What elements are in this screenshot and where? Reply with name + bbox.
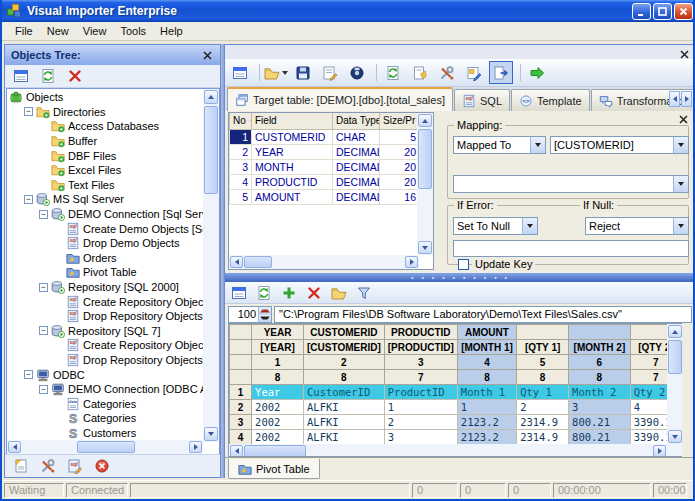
- field-grid-cell[interactable]: 3: [230, 159, 252, 174]
- field-grid-cell[interactable]: 5: [380, 129, 420, 144]
- tree-expander[interactable]: −: [39, 283, 48, 292]
- menu-item-help[interactable]: Help: [153, 23, 190, 39]
- field-grid-vertical-scrollbar[interactable]: [417, 113, 433, 255]
- tree-node[interactable]: sqlDrop Repository Objects [SQ: [7, 353, 203, 368]
- preview-header-cell[interactable]: [MONTH 2]: [569, 340, 631, 355]
- edit-mapping-button[interactable]: [462, 61, 486, 84]
- tree-node[interactable]: −DEMO Connection [ODBC Acce: [7, 382, 203, 397]
- properties-button[interactable]: [9, 66, 33, 87]
- tree-node[interactable]: Objects: [7, 90, 203, 105]
- field-grid-cell[interactable]: DECIMAL: [333, 189, 380, 204]
- tree-node[interactable]: sqlCreate Repository Objects [S: [7, 294, 203, 309]
- tree-node[interactable]: Text Files: [7, 178, 203, 193]
- tree-vertical-scrollbar[interactable]: [203, 89, 219, 442]
- preview-cell[interactable]: 2314.9: [517, 430, 569, 445]
- preview-header-cell[interactable]: [PRODUCTID]: [384, 340, 457, 355]
- preview-header-cell[interactable]: 1: [252, 355, 304, 370]
- field-grid-cell[interactable]: AMOUNT: [252, 189, 333, 204]
- preview-header-cell[interactable]: 4: [457, 355, 516, 370]
- preview-row-number[interactable]: 2: [230, 400, 252, 415]
- if-null-select[interactable]: Reject: [585, 217, 689, 235]
- preview-header-cell[interactable]: 2: [304, 355, 385, 370]
- tree-node[interactable]: sqlCreate Demo Objects [Sql S: [7, 221, 203, 236]
- if-error-select[interactable]: Set To Null: [453, 217, 538, 235]
- preview-cell[interactable]: 2002: [252, 415, 304, 430]
- delete-button[interactable]: [303, 283, 325, 303]
- tree-node[interactable]: −Directories: [7, 105, 203, 120]
- preview-cell[interactable]: 2314.9: [517, 415, 569, 430]
- preview-cell[interactable]: 2: [384, 415, 457, 430]
- preview-row-number[interactable]: 3: [230, 415, 252, 430]
- field-grid-cell[interactable]: 20: [380, 144, 420, 159]
- tree-node[interactable]: dataCategories: [7, 396, 203, 411]
- tree-node[interactable]: Access Databases: [7, 119, 203, 134]
- preview-cell[interactable]: Qty 1: [517, 385, 569, 400]
- close-button[interactable]: [674, 3, 693, 20]
- tab-1[interactable]: sqlSQL: [454, 89, 510, 111]
- tree-expander[interactable]: −: [39, 385, 48, 394]
- refresh-button[interactable]: [36, 66, 60, 87]
- menu-item-view[interactable]: View: [76, 23, 114, 39]
- open-button[interactable]: [264, 61, 288, 84]
- preview-cell[interactable]: ALFKI: [304, 430, 385, 445]
- close-panel-icon[interactable]: [200, 48, 214, 62]
- menu-item-new[interactable]: New: [40, 23, 76, 39]
- preview-row-number[interactable]: 1: [230, 385, 252, 400]
- delete-button[interactable]: [63, 66, 87, 87]
- maximize-button[interactable]: [653, 3, 672, 20]
- dropdown-arrow-icon[interactable]: [673, 218, 688, 234]
- preview-cell[interactable]: 2123.2: [457, 415, 516, 430]
- dropdown-arrow-icon[interactable]: [673, 137, 688, 153]
- field-grid-cell[interactable]: CHAR: [333, 129, 380, 144]
- properties-button[interactable]: [228, 61, 252, 84]
- field-grid-cell[interactable]: 1: [230, 129, 252, 144]
- properties-button[interactable]: [228, 283, 250, 303]
- preview-cell[interactable]: 3: [384, 430, 457, 445]
- sql-editor-button[interactable]: sql: [63, 456, 87, 477]
- tree-node[interactable]: Buffer: [7, 134, 203, 149]
- preview-vertical-scrollbar[interactable]: [667, 324, 682, 444]
- menu-item-tools[interactable]: Tools: [113, 23, 153, 39]
- preview-cell[interactable]: 3: [569, 400, 631, 415]
- preview-header-cell[interactable]: 8: [304, 370, 385, 385]
- dropdown-arrow-icon[interactable]: [522, 218, 537, 234]
- field-grid-column-header[interactable]: No: [230, 113, 252, 129]
- dropdown-arrow-icon[interactable]: [673, 176, 688, 192]
- field-grid-cell[interactable]: 4: [230, 174, 252, 189]
- row-limit-stepper[interactable]: 100: [228, 306, 272, 323]
- preview-cell[interactable]: ALFKI: [304, 415, 385, 430]
- add-button[interactable]: [278, 283, 300, 303]
- tree-node[interactable]: sqlDrop Demo Objects: [7, 236, 203, 251]
- tree-node[interactable]: SCustomers: [7, 426, 203, 441]
- preview-header-cell[interactable]: [QTY 1]: [517, 340, 569, 355]
- tools-button[interactable]: [435, 61, 459, 84]
- preview-header-cell[interactable]: 6: [569, 355, 631, 370]
- field-grid-cell[interactable]: 5: [230, 189, 252, 204]
- tools-button[interactable]: [36, 456, 60, 477]
- preview-cell[interactable]: 1: [384, 400, 457, 415]
- field-grid-column-header[interactable]: Size/Pr: [380, 113, 420, 129]
- preview-horizontal-scrollbar[interactable]: [229, 444, 667, 457]
- field-grid-cell[interactable]: MONTH: [252, 159, 333, 174]
- tree-node[interactable]: SCategories: [7, 411, 203, 426]
- preview-header-cell[interactable]: PRODUCTID: [384, 325, 457, 340]
- preview-header-cell[interactable]: [MONTH 1]: [457, 340, 516, 355]
- preview-header-cell[interactable]: [517, 325, 569, 340]
- preview-cell[interactable]: 2002: [252, 400, 304, 415]
- source-path-field[interactable]: "C:\Program Files\DB Software Laboratory…: [274, 306, 692, 323]
- preview-header-cell[interactable]: 7: [384, 370, 457, 385]
- menu-item-file[interactable]: File: [8, 23, 40, 39]
- tab-0[interactable]: Target table: [DEMO].[dbo].[total_sales]: [227, 87, 453, 111]
- tree-node[interactable]: −MS Sql Server: [7, 192, 203, 207]
- refresh-button[interactable]: [381, 61, 405, 84]
- preview-header-cell[interactable]: 8: [569, 370, 631, 385]
- preview-header-cell[interactable]: [569, 325, 631, 340]
- tree-node[interactable]: −DEMO Connection [Sql Server]: [7, 207, 203, 222]
- tree-expander[interactable]: −: [24, 370, 33, 379]
- run-button[interactable]: [525, 61, 549, 84]
- field-grid-column-header[interactable]: Field: [252, 113, 333, 129]
- preview-cell[interactable]: ProductID: [384, 385, 457, 400]
- export-button[interactable]: [489, 61, 513, 84]
- update-key-checkbox[interactable]: [458, 259, 469, 270]
- preview-cell[interactable]: 800.21: [569, 430, 631, 445]
